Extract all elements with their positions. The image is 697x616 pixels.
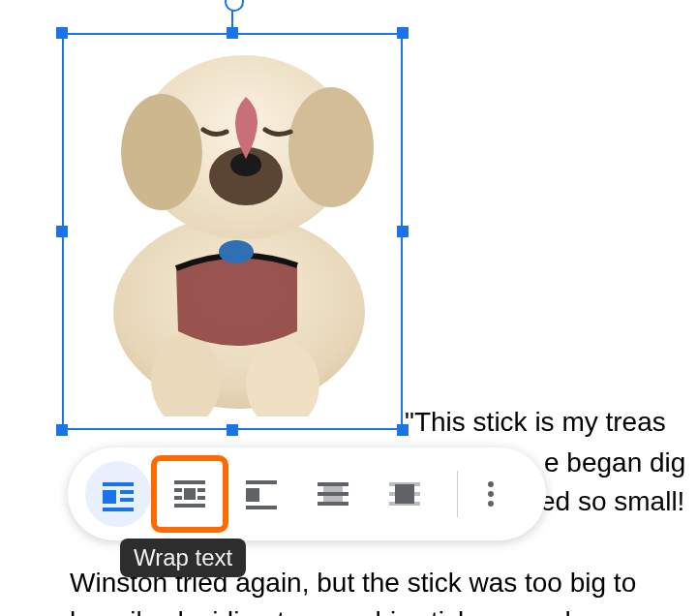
resize-handle-n[interactable] bbox=[227, 27, 238, 39]
wrap-text-icon bbox=[170, 475, 209, 513]
break-text-icon bbox=[242, 475, 281, 513]
svg-rect-17 bbox=[184, 488, 196, 500]
break-text-button[interactable] bbox=[228, 461, 294, 527]
svg-rect-20 bbox=[174, 504, 205, 508]
resize-handle-w[interactable] bbox=[56, 226, 68, 237]
inline-with-text-icon bbox=[99, 475, 137, 513]
svg-rect-19 bbox=[197, 496, 205, 500]
svg-rect-26 bbox=[318, 492, 348, 496]
svg-rect-11 bbox=[120, 490, 134, 494]
svg-rect-27 bbox=[318, 502, 348, 506]
more-options-button[interactable] bbox=[471, 475, 510, 513]
wrap-text-button[interactable] bbox=[157, 461, 223, 527]
svg-rect-22 bbox=[246, 488, 259, 502]
behind-text-icon bbox=[314, 475, 352, 513]
image-options-toolbar bbox=[68, 447, 546, 540]
svg-rect-9 bbox=[103, 482, 134, 486]
svg-rect-21 bbox=[246, 480, 277, 484]
resize-handle-e[interactable] bbox=[397, 226, 409, 237]
resize-handle-ne[interactable] bbox=[397, 27, 409, 39]
svg-rect-31 bbox=[395, 484, 414, 504]
tooltip: Wrap text bbox=[120, 539, 246, 577]
svg-rect-10 bbox=[103, 490, 116, 504]
resize-handle-s[interactable] bbox=[227, 424, 238, 436]
behind-text-button[interactable] bbox=[300, 461, 366, 527]
paragraph-text: e began dig bbox=[544, 444, 685, 482]
svg-rect-13 bbox=[103, 508, 134, 511]
resize-handle-nw[interactable] bbox=[56, 27, 68, 39]
paragraph-text: ed so small! bbox=[540, 482, 684, 521]
paragraph-text: "This stick is my treas bbox=[405, 403, 666, 442]
svg-rect-23 bbox=[246, 506, 277, 509]
document-editor-canvas: "This stick is my treas e began dig ed s… bbox=[0, 0, 697, 616]
svg-rect-16 bbox=[197, 488, 205, 492]
in-front-of-text-icon bbox=[385, 475, 424, 513]
in-front-of-text-button[interactable] bbox=[372, 461, 438, 527]
image-selection-outline[interactable] bbox=[62, 33, 403, 430]
image-anchor-handle[interactable] bbox=[225, 0, 244, 12]
svg-rect-12 bbox=[120, 498, 134, 502]
svg-rect-18 bbox=[174, 496, 182, 500]
toolbar-divider bbox=[457, 471, 458, 517]
svg-rect-15 bbox=[174, 488, 182, 492]
inline-with-text-button[interactable] bbox=[85, 461, 151, 527]
more-vert-icon bbox=[488, 481, 494, 487]
svg-rect-25 bbox=[318, 482, 348, 486]
resize-handle-sw[interactable] bbox=[56, 424, 68, 436]
paragraph-text: happily, deciding to carry his stick eve… bbox=[70, 602, 626, 616]
resize-handle-se[interactable] bbox=[397, 424, 409, 436]
svg-rect-14 bbox=[174, 480, 205, 484]
